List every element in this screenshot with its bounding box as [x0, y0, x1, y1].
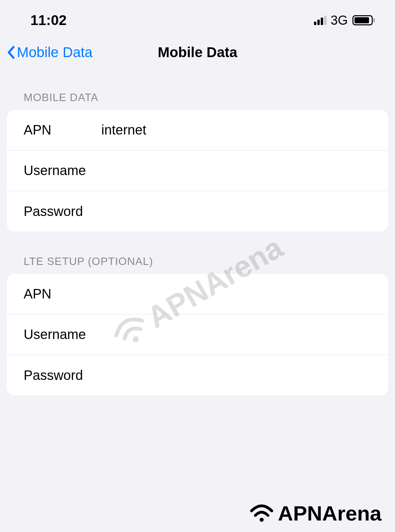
content: MOBILE DATA APN Username Password LTE SE… — [0, 71, 395, 395]
status-bar: 11:02 3G — [0, 0, 395, 37]
network-type: 3G — [331, 13, 348, 28]
label-username: Username — [24, 327, 101, 342]
row-mobile-data-password[interactable]: Password — [7, 191, 388, 232]
signal-strength-icon — [314, 16, 326, 25]
input-lte-username[interactable] — [101, 327, 371, 342]
nav-bar: Mobile Data Mobile Data — [0, 37, 395, 71]
input-lte-apn[interactable] — [101, 286, 371, 301]
back-button[interactable]: Mobile Data — [7, 44, 93, 61]
watermark-text: APNArena — [278, 501, 381, 525]
label-apn: APN — [24, 122, 101, 138]
watermark-bottom: APNArena — [248, 501, 381, 525]
section-group-lte-setup: APN Username Password — [7, 274, 388, 395]
section-group-mobile-data: APN Username Password — [7, 110, 388, 232]
input-mobile-data-password[interactable] — [101, 204, 371, 219]
row-mobile-data-username[interactable]: Username — [7, 150, 388, 191]
input-mobile-data-username[interactable] — [101, 163, 371, 178]
status-time: 11:02 — [30, 12, 67, 28]
section-header-lte-setup: LTE SETUP (OPTIONAL) — [7, 255, 388, 274]
wifi-icon — [248, 503, 275, 524]
row-lte-username[interactable]: Username — [7, 314, 388, 355]
section-header-mobile-data: MOBILE DATA — [7, 91, 388, 110]
svg-point-1 — [260, 517, 264, 522]
row-mobile-data-apn[interactable]: APN — [7, 110, 388, 150]
battery-icon — [352, 15, 375, 25]
back-label: Mobile Data — [17, 44, 93, 61]
page-title: Mobile Data — [158, 44, 237, 61]
chevron-left-icon — [7, 46, 15, 59]
label-password: Password — [24, 204, 101, 219]
input-mobile-data-apn[interactable] — [101, 122, 371, 138]
label-username: Username — [24, 163, 101, 178]
label-password: Password — [24, 368, 101, 383]
label-apn: APN — [24, 286, 101, 301]
row-lte-apn[interactable]: APN — [7, 274, 388, 314]
row-lte-password[interactable]: Password — [7, 355, 388, 395]
input-lte-password[interactable] — [101, 368, 371, 383]
status-right: 3G — [314, 13, 375, 28]
